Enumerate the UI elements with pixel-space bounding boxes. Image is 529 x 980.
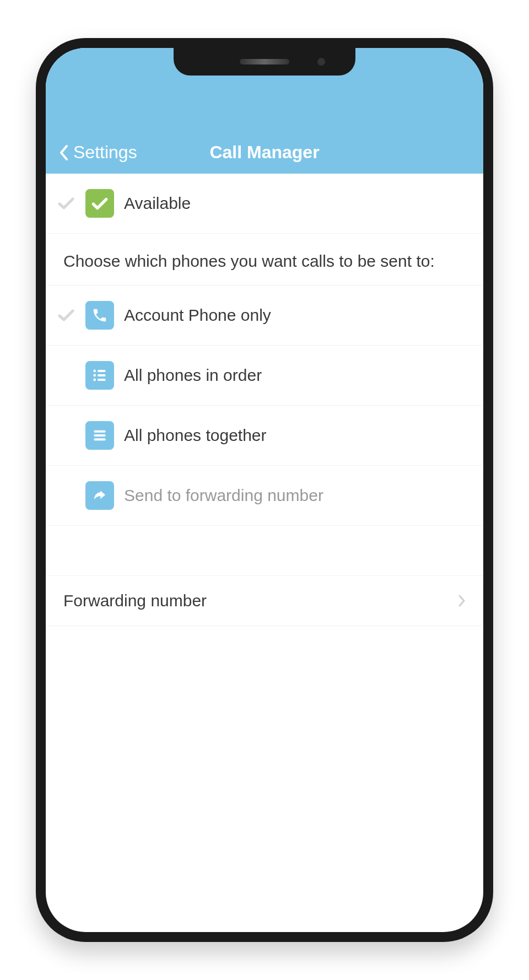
instruction-text: Choose which phones you want calls to be… [46,234,483,286]
svg-point-2 [93,374,96,376]
svg-point-0 [93,369,96,372]
svg-rect-5 [98,379,106,381]
option-all-together[interactable]: All phones together [46,406,483,466]
back-button[interactable]: Settings [59,142,137,163]
available-icon [85,189,114,218]
checkmark-icon [58,197,74,209]
phone-frame: Settings Call Manager Available [36,38,493,942]
notch-camera [317,58,325,66]
option-label: All phones together [124,426,466,445]
svg-rect-6 [94,430,105,432]
status-row[interactable]: Available [46,174,483,234]
option-all-in-order[interactable]: All phones in order [46,346,483,406]
status-label: Available [124,194,466,213]
spacer [46,526,483,575]
list-lines-icon [85,421,114,450]
svg-rect-7 [94,434,105,437]
option-account-phone[interactable]: Account Phone only [46,286,483,346]
svg-point-4 [93,378,96,381]
list-dots-icon [85,361,114,390]
content: Available Choose which phones you want c… [46,174,483,626]
notch [174,48,355,76]
option-forwarding[interactable]: Send to forwarding number [46,466,483,526]
chevron-right-icon [458,594,466,607]
option-label: Send to forwarding number [124,486,466,505]
option-label: Account Phone only [124,306,466,325]
forwarding-label: Forwarding number [63,591,207,610]
phone-screen: Settings Call Manager Available [46,48,483,932]
forward-arrow-icon [85,481,114,510]
svg-rect-1 [98,370,106,372]
forwarding-number-row[interactable]: Forwarding number [46,575,483,626]
svg-rect-3 [98,374,106,376]
back-label: Settings [73,142,137,163]
svg-rect-8 [94,438,105,440]
chevron-left-icon [59,144,69,161]
phone-icon [85,301,114,330]
notch-speaker [240,59,289,64]
option-label: All phones in order [124,366,466,385]
checkmark-icon [58,309,74,321]
